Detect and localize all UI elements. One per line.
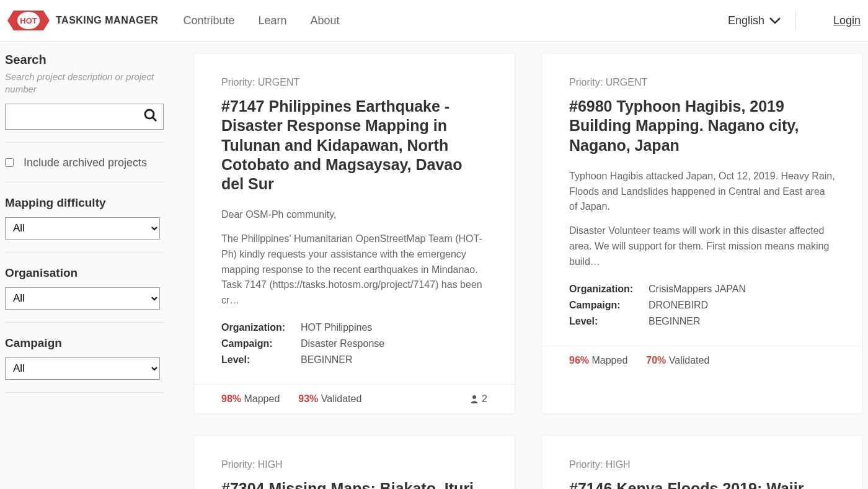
header: HOT TASKING MANAGER Contribute Learn Abo… <box>0 0 868 42</box>
user-icon <box>471 395 478 403</box>
project-body: The Philippines' Humanitarian OpenStreet… <box>221 231 487 308</box>
page-body: Search Search project description or pro… <box>0 42 868 489</box>
priority-label: Priority: URGENT <box>221 77 487 88</box>
meta-val: HOT Philippines <box>301 322 372 333</box>
project-body: Dear OSM-Ph community, <box>221 207 487 223</box>
project-meta: Organization:CrisisMappers JAPAN Campaig… <box>569 284 835 332</box>
nav-learn[interactable]: Learn <box>258 14 286 27</box>
sidebar-organisation: Organisation All <box>5 266 164 323</box>
contributors-count: 2 <box>482 393 487 405</box>
mapped-label: Mapped <box>591 355 627 366</box>
meta-key: Campaign: <box>221 338 301 349</box>
login-link[interactable]: Login <box>796 14 861 27</box>
project-card[interactable]: Priority: URGENT #6980 Typhoon Hagibis, … <box>541 53 863 414</box>
project-title: #7146 Kenya Floods 2019: Wajir <box>569 479 835 489</box>
priority-label: Priority: HIGH <box>221 459 487 470</box>
sidebar-archived: Include archived projects <box>5 156 164 182</box>
meta-key: Organization: <box>221 322 301 333</box>
archived-label: Include archived projects <box>24 156 147 169</box>
project-body: Disaster Volunteer teams will work in th… <box>569 223 835 269</box>
header-right: English Login <box>713 11 861 30</box>
campaign-label: Campaign <box>5 336 164 350</box>
meta-key: Level: <box>221 354 301 366</box>
project-title: #6980 Typhoon Hagibis, 2019 Building Map… <box>569 97 835 155</box>
logo[interactable]: HOT TASKING MANAGER <box>7 6 158 35</box>
brand-text: TASKING MANAGER <box>56 15 158 26</box>
difficulty-select[interactable]: All <box>5 217 160 240</box>
nav-about[interactable]: About <box>311 14 340 27</box>
meta-val: Disaster Response <box>301 338 384 349</box>
meta-val: DRONEBIRD <box>649 300 708 311</box>
meta-val: BEGINNER <box>301 354 353 366</box>
chevron-down-icon <box>769 17 781 24</box>
organisation-label: Organisation <box>5 266 164 280</box>
project-grid: Priority: URGENT #7147 Philippines Earth… <box>193 53 863 489</box>
search-hint: Search project description or project nu… <box>5 71 164 96</box>
project-body: Typhoon Hagibis attacked Japan, Oct 12, … <box>569 169 835 215</box>
meta-key: Campaign: <box>569 300 649 311</box>
meta-val: CrisisMappers JAPAN <box>649 284 746 295</box>
project-card[interactable]: Priority: HIGH #7304 Missing Maps: Biaka… <box>193 435 515 489</box>
sidebar-difficulty: Mapping difficulty All <box>5 196 164 253</box>
hot-logo-icon: HOT <box>7 6 50 35</box>
svg-point-5 <box>472 395 476 399</box>
meta-key: Level: <box>569 316 649 327</box>
search-icon[interactable] <box>144 109 157 125</box>
organisation-select[interactable]: All <box>5 287 160 310</box>
language-selector[interactable]: English <box>713 11 796 30</box>
search-input[interactable] <box>5 104 164 130</box>
validated-label: Validated <box>669 355 710 366</box>
campaign-select[interactable]: All <box>5 357 160 380</box>
sidebar-campaign: Campaign All <box>5 336 164 393</box>
sidebar-search: Search Search project description or pro… <box>5 53 164 143</box>
meta-key: Organization: <box>569 284 649 295</box>
project-title: #7304 Missing Maps: Biakato, Ituri, <box>221 479 487 489</box>
project-meta: Organization:HOT Philippines Campaign:Di… <box>221 322 487 370</box>
search-title: Search <box>5 53 164 67</box>
difficulty-label: Mapping difficulty <box>5 196 164 210</box>
project-footer: 96% Mapped 70% Validated <box>542 346 862 375</box>
svg-text:HOT: HOT <box>20 16 37 25</box>
archived-toggle[interactable]: Include archived projects <box>5 156 164 169</box>
project-title: #7147 Philippines Earthquake - Disaster … <box>221 97 487 194</box>
meta-val: BEGINNER <box>649 316 701 327</box>
project-footer: 98% Mapped 93% Validated 2 <box>194 384 515 413</box>
mapped-pct: 96% <box>569 355 589 366</box>
project-card[interactable]: Priority: URGENT #7147 Philippines Earth… <box>193 53 515 414</box>
priority-label: Priority: URGENT <box>569 77 835 88</box>
mapped-label: Mapped <box>244 393 280 404</box>
priority-label: Priority: HIGH <box>569 459 835 470</box>
main-nav: Contribute Learn About <box>183 14 339 27</box>
validated-pct: 93% <box>298 393 318 404</box>
nav-contribute[interactable]: Contribute <box>183 14 234 27</box>
svg-point-3 <box>145 110 154 119</box>
contributors: 2 <box>471 393 487 405</box>
archived-checkbox[interactable] <box>5 158 14 167</box>
mapped-pct: 98% <box>221 393 241 404</box>
project-card[interactable]: Priority: HIGH #7146 Kenya Floods 2019: … <box>541 435 863 489</box>
validated-label: Validated <box>321 393 362 404</box>
sidebar: Search Search project description or pro… <box>5 53 164 489</box>
language-label: English <box>728 14 764 27</box>
validated-pct: 70% <box>646 355 666 366</box>
svg-line-4 <box>153 117 156 121</box>
